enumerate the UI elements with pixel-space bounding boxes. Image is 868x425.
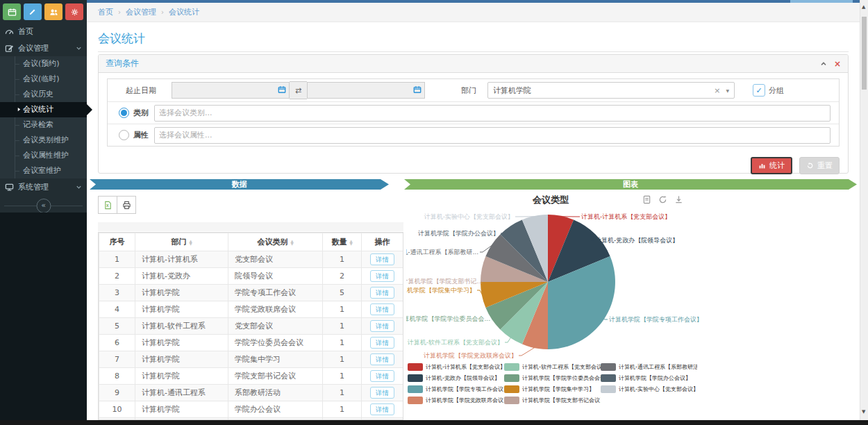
pie-label: 计算机-计算机系【党支部会议】 [581,213,671,220]
caret-right-icon [17,107,22,112]
detail-button[interactable]: 详情 [370,370,394,382]
col-header-category[interactable]: 会议类别▲▼ [228,233,323,251]
breadcrumb-item[interactable]: 会议管理 [126,7,156,17]
query-panel-body: 起止日期 ⇄ 部门 计算机学院 × ▼ [99,78,848,179]
category-input[interactable] [154,105,831,122]
cell-count: 1 [323,301,362,318]
sidebar-item-system-mgmt[interactable]: 系统管理 [0,178,87,195]
page-title: 会议统计 [98,31,145,47]
sidebar-item-home[interactable]: 首页 [0,23,87,40]
legend-item[interactable]: 计算机学院【学院专项工作会议】 [408,385,504,393]
sidebar-item-meeting-temp[interactable]: 会议(临时) [0,72,87,87]
legend-item[interactable]: 计算机学院【学院办公会议】 [601,374,697,382]
group-checkbox[interactable]: ✓ 分组 [753,84,784,97]
legend-item[interactable]: 计算机-软件工程系【党支部会议】 [504,363,601,371]
detail-button[interactable]: 详情 [370,320,394,332]
cell-department: 计算机-计算机系 [135,251,228,268]
legend-item[interactable]: 计算机学院【学院支部书记会议】 [504,397,601,404]
end-date-field[interactable] [308,83,403,97]
legend-chip [504,363,519,371]
dashboard-icon [5,27,14,36]
pie-label: 计算机-通讯工程系【系部教研... [406,249,478,256]
calendar-icon [8,8,17,17]
sidebar-item-room-maint[interactable]: 会议室维护 [0,163,87,178]
end-date-input[interactable] [307,82,425,99]
category-radio[interactable] [119,108,129,118]
attribute-input[interactable] [154,127,831,144]
detail-button[interactable]: 详情 [370,403,394,415]
checkbox-box[interactable]: ✓ [753,84,765,97]
start-date-field[interactable] [172,83,268,97]
panel-close-icon[interactable]: × [834,60,841,67]
detail-button[interactable]: 详情 [370,303,394,315]
sidebar-item-label: 首页 [18,26,33,37]
legend-label: 计算机学院【学院党政联席会议】 [426,397,504,404]
cell-index: 2 [99,268,135,285]
breadcrumb-item: 会议统计 [169,7,199,17]
table-header-strip [98,222,403,231]
legend-chip [601,363,616,371]
breadcrumb-separator-icon: › [118,8,121,16]
calendar-icon[interactable] [413,85,422,94]
cell-category: 学院党政联席会议 [228,301,323,318]
query-panel-tools: × [820,60,841,67]
users-shortcut-button[interactable] [44,3,62,20]
pie-chart: 计算机-计算机系【党支部会议】计算机-党政办【院领导会议】计算机学院【学院专项工… [406,203,856,362]
sidebar-item-meeting-history[interactable]: 会议历史 [0,87,87,102]
settings-shortcut-button[interactable] [65,3,83,20]
sidebar-item-record-search[interactable]: 记录检索 [0,117,87,133]
detail-button[interactable]: 详情 [370,387,394,399]
data-section-ribbon: 数据 [90,179,389,190]
start-date-input[interactable] [172,82,290,99]
legend-item[interactable]: 计算机学院【学院集中学习】 [504,385,601,393]
table-row: 6计算机学院学院学位委员会会议1详情 [99,335,403,351]
detail-button[interactable]: 详情 [370,270,394,282]
select-clear-icon[interactable]: × [714,86,720,95]
scrollbar-down-arrow[interactable]: ▼ [862,409,865,415]
sidebar-subitem-label: 会议(临时) [23,74,60,83]
department-select[interactable]: 计算机学院 × ▼ [487,82,735,99]
sidebar-item-meeting-reserve[interactable]: 会议(预约) [0,56,87,72]
legend-label: 计算机学院【学院学位委员会会议】 [522,374,601,382]
page-scrollbar[interactable]: ▲ ▼ [860,0,868,420]
sidebar-item-category-maint[interactable]: 会议类别维护 [0,133,87,148]
calendar-shortcut-button[interactable] [3,3,21,20]
statistics-button[interactable]: 统计 [751,157,792,174]
legend-item[interactable]: 计算机-计算机系【党支部会议】 [408,363,504,371]
sidebar-collapse-button[interactable]: « [36,199,51,213]
detail-button[interactable]: 详情 [370,253,394,265]
cell-department: 计算机学院 [135,285,228,301]
attribute-radio[interactable] [119,130,129,140]
export-excel-button[interactable]: x [98,196,117,214]
scrollbar-thumb[interactable] [862,17,867,90]
sidebar-item-attribute-maint[interactable]: 会议属性维护 [0,148,87,163]
sort-icon[interactable]: ▲▼ [349,240,352,246]
cell-index: 1 [99,251,135,268]
col-header-department[interactable]: 部门▲▼ [135,233,228,251]
breadcrumb-item[interactable]: 首页 [98,7,113,17]
sort-icon[interactable]: ▲▼ [290,240,293,246]
print-button[interactable] [117,196,136,214]
detail-button[interactable]: 详情 [370,353,394,365]
col-header-index: 序号 [99,233,135,251]
sidebar-footer [0,212,87,420]
detail-button[interactable]: 详情 [370,337,394,349]
col-header-count[interactable]: 数量▲▼ [323,233,362,251]
detail-button[interactable]: 详情 [370,287,394,299]
legend-item[interactable]: 计算机-党政办【院领导会议】 [408,374,504,382]
legend-item[interactable]: 计算机-通讯工程系【系部教研活动】 [601,363,697,371]
sidebar-item-meeting-stats[interactable]: 会议统计 [0,102,87,117]
panel-collapse-icon[interactable] [820,60,827,67]
col-header-label: 会议类别 [257,238,287,247]
sidebar-item-meeting-mgmt[interactable]: 会议管理 [0,40,87,56]
reset-button[interactable]: 重置 [799,157,840,174]
legend-item[interactable]: 计算机学院【学院学位委员会会议】 [504,374,601,382]
edit-shortcut-button[interactable] [24,3,42,20]
scrollbar-up-arrow[interactable]: ▲ [862,4,865,10]
legend-item[interactable]: 计算机-实验中心【党支部会议】 [601,385,697,393]
sort-icon[interactable]: ▲▼ [189,240,192,246]
calendar-icon[interactable] [278,85,286,94]
pie-label: 计算机学院【学院支部书记... [406,278,483,285]
legend-item[interactable]: 计算机学院【学院党政联席会议】 [408,397,504,404]
legend-chip [601,385,616,393]
